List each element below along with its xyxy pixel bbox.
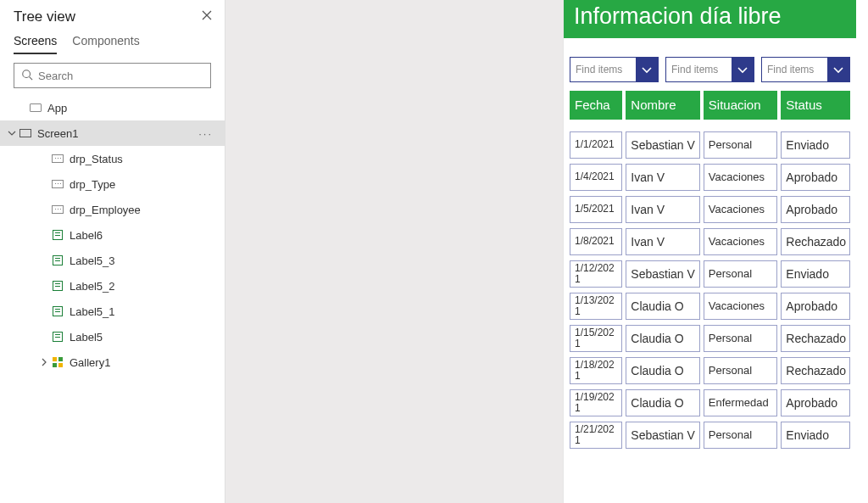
app-title: Informacion día libre	[564, 0, 856, 38]
label-icon	[51, 279, 64, 293]
more-options-button[interactable]: ···	[198, 127, 218, 140]
close-icon[interactable]	[201, 9, 213, 25]
tree-node-label: Label5_1	[70, 305, 115, 318]
cell-nombre: Claudia O	[626, 293, 700, 320]
tree-node-screen1[interactable]: Screen1 ···	[0, 120, 225, 146]
tree-node[interactable]: Label5_1	[0, 299, 225, 324]
cell-status: Aprobado	[781, 196, 850, 223]
tree-node-label: Gallery1	[70, 356, 110, 369]
label-icon	[51, 254, 64, 267]
col-head-nombre: Nombre	[626, 91, 700, 120]
tab-components[interactable]: Components	[72, 34, 139, 54]
cell-nombre: Ivan V	[626, 196, 700, 223]
cell-situacion: Vacaciones	[704, 196, 778, 223]
col-head-fecha: Fecha	[570, 91, 622, 120]
dropdown-icon	[51, 152, 64, 165]
tree-node-label: App	[47, 102, 67, 115]
dropdown-type[interactable]: Find items	[665, 57, 754, 82]
data-rows: 1/1/2021Sebastian VPersonalEnviado1/4/20…	[564, 120, 856, 449]
search-input[interactable]	[38, 70, 203, 82]
cell-situacion: Vacaciones	[704, 164, 778, 191]
cell-status: Enviado	[781, 260, 850, 288]
tree-node-label: drp_Employee	[70, 204, 141, 216]
cell-situacion: Personal	[704, 357, 778, 384]
table-row[interactable]: 1/13/2021Claudia OVacacionesAprobado	[570, 293, 850, 320]
cell-fecha: 1/15/2021	[570, 325, 622, 352]
tree-node[interactable]: Label6	[0, 222, 225, 248]
tree-node[interactable]: drp_Employee	[0, 197, 225, 222]
cell-nombre: Ivan V	[626, 228, 700, 255]
dropdown-placeholder: Find items	[762, 58, 827, 81]
filter-row: Find items Find items Find items	[564, 38, 856, 91]
cell-fecha: 1/12/2021	[570, 260, 622, 288]
table-row[interactable]: 1/12/2021Sebastian VPersonalEnviado	[570, 260, 850, 288]
cell-situacion: Personal	[704, 260, 778, 288]
chevron-down-icon[interactable]	[5, 129, 19, 137]
cell-nombre: Sebastian V	[626, 422, 700, 449]
tree-node-label: Label5	[70, 331, 103, 344]
table-row[interactable]: 1/5/2021Ivan VVacacionesAprobado	[570, 196, 850, 223]
cell-situacion: Enfermedad	[704, 389, 778, 416]
cell-nombre: Claudia O	[626, 357, 700, 384]
table-row[interactable]: 1/19/2021Claudia OEnfermedadAprobado	[570, 389, 850, 416]
tree-node-app[interactable]: App	[0, 95, 225, 120]
tree-node[interactable]: Label5_3	[0, 248, 225, 273]
cell-fecha: 1/4/2021	[570, 164, 622, 191]
cell-fecha: 1/18/2021	[570, 357, 622, 384]
tree-tabs: Screens Components	[0, 29, 225, 54]
label-icon	[51, 305, 64, 318]
cell-status: Aprobado	[781, 293, 850, 320]
tree-node[interactable]: drp_Type	[0, 171, 225, 197]
tree-items: App Screen1 ··· drp_Statusdrp_Typedrp_Em…	[0, 95, 225, 503]
tree-node[interactable]: Label5_2	[0, 273, 225, 299]
table-row[interactable]: 1/8/2021Ivan VVacacionesRechazado	[570, 228, 850, 255]
cell-status: Rechazado	[781, 357, 850, 384]
cell-nombre: Sebastian V	[626, 131, 700, 159]
tab-screens[interactable]: Screens	[14, 34, 57, 54]
cell-status: Rechazado	[781, 325, 850, 352]
cell-situacion: Personal	[704, 422, 778, 449]
cell-nombre: Claudia O	[626, 325, 700, 352]
tree-node-label: Screen1	[37, 127, 78, 140]
dropdown-icon	[51, 203, 64, 216]
dropdown-status[interactable]: Find items	[761, 57, 850, 82]
cell-status: Enviado	[781, 422, 850, 449]
dropdown-employee[interactable]: Find items	[570, 57, 659, 82]
cell-nombre: Claudia O	[626, 389, 700, 416]
tree-node-label: Label5_3	[70, 254, 115, 267]
dropdown-placeholder: Find items	[666, 58, 732, 81]
tree-node[interactable]: drp_Status	[0, 146, 225, 171]
col-head-status: Status	[781, 91, 850, 120]
chevron-down-icon[interactable]	[827, 58, 849, 81]
svg-point-0	[23, 70, 31, 77]
cell-situacion: Personal	[704, 325, 778, 352]
cell-nombre: Ivan V	[626, 164, 700, 191]
tree-node-label: Label5_2	[70, 280, 115, 293]
chevron-down-icon[interactable]	[636, 58, 658, 81]
svg-line-1	[30, 76, 33, 80]
chevron-down-icon[interactable]	[732, 58, 754, 81]
gallery-icon	[51, 355, 64, 369]
cell-situacion: Personal	[704, 131, 778, 159]
table-row[interactable]: 1/4/2021Ivan VVacacionesAprobado	[570, 164, 850, 191]
dropdown-icon	[51, 177, 64, 191]
cell-status: Aprobado	[781, 164, 850, 191]
tree-node-label: drp_Status	[70, 153, 123, 165]
table-row[interactable]: 1/15/2021Claudia OPersonalRechazado	[570, 325, 850, 352]
tree-node[interactable]: Label5	[0, 324, 225, 349]
search-icon	[21, 69, 33, 83]
table-row[interactable]: 1/21/2021Sebastian VPersonalEnviado	[570, 422, 850, 449]
cell-status: Enviado	[781, 131, 850, 159]
table-row[interactable]: 1/1/2021Sebastian VPersonalEnviado	[570, 131, 850, 159]
cell-fecha: 1/5/2021	[570, 196, 622, 223]
column-headers: Fecha Nombre Situacion Status	[564, 91, 856, 120]
search-box[interactable]	[14, 63, 211, 88]
dropdown-placeholder: Find items	[570, 58, 636, 81]
table-row[interactable]: 1/18/2021Claudia OPersonalRechazado	[570, 357, 850, 384]
tree-title: Tree view	[14, 8, 75, 25]
tree-node-label: Label6	[70, 229, 103, 242]
chevron-right-icon[interactable]	[37, 358, 51, 366]
cell-status: Rechazado	[781, 228, 850, 255]
tree-header: Tree view	[0, 0, 225, 29]
tree-node[interactable]: Gallery1	[0, 349, 225, 375]
